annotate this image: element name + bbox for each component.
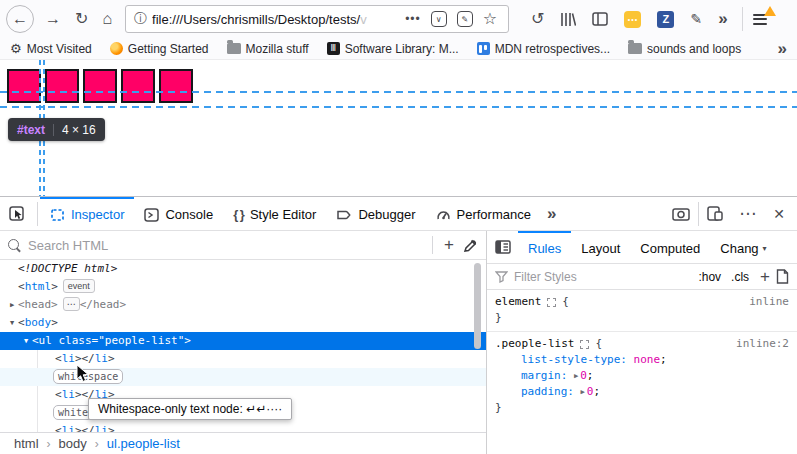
- collapse-sidebar-icon[interactable]: [495, 240, 511, 254]
- eyedropper-icon[interactable]: [463, 238, 478, 253]
- forward-button[interactable]: →: [38, 11, 68, 27]
- forward-icon: →: [45, 10, 61, 27]
- sidebar-toggle-icon[interactable]: [592, 12, 608, 26]
- devtools-toolbar-right: ⋯ ✕: [664, 202, 797, 226]
- bookmark-getting-started[interactable]: Getting Started: [110, 42, 209, 56]
- bookmark-software-library[interactable]: ⅢSoftware Library: M...: [327, 42, 459, 56]
- reload-button[interactable]: ↻: [68, 11, 95, 27]
- app-menu-button[interactable]: [753, 11, 767, 27]
- toolbar-icons: ↺ ••• Z ✎ »: [523, 9, 736, 29]
- class-toggle[interactable]: .cls: [731, 270, 749, 284]
- tab-changes[interactable]: Chang▾: [710, 231, 770, 264]
- tab-label: Rules: [528, 241, 561, 256]
- bookmarks-overflow-icon[interactable]: »: [778, 39, 787, 59]
- screenshot-extension-icon[interactable]: ✎: [457, 11, 473, 27]
- css-declaration[interactable]: padding: ▶0;: [495, 384, 789, 400]
- bookmark-star-icon[interactable]: ☆: [483, 11, 497, 27]
- css-declaration[interactable]: margin: ▶0;: [495, 368, 789, 384]
- css-declaration[interactable]: list-style-type: none;: [495, 352, 789, 368]
- collapse-arrow-icon[interactable]: ▼: [6, 314, 18, 332]
- page-actions-icon[interactable]: •••: [405, 13, 421, 25]
- search-html-input[interactable]: [28, 238, 430, 253]
- tree-row-li[interactable]: <li></li>: [0, 350, 486, 368]
- rule-source-link[interactable]: inline: [749, 294, 789, 310]
- library-icon[interactable]: [560, 12, 576, 27]
- tree-row-li[interactable]: <li></li>: [0, 422, 486, 432]
- site-info-icon[interactable]: ⓘ: [134, 10, 147, 28]
- selector-element[interactable]: element: [495, 294, 541, 310]
- property-name: padding: [521, 385, 567, 398]
- tree-row-whitespace[interactable]: whitespace: [0, 368, 486, 386]
- event-badge[interactable]: event: [63, 279, 95, 293]
- tab-style-editor[interactable]: { } Style Editor: [223, 197, 326, 231]
- element-picker-button[interactable]: [0, 206, 35, 222]
- breadcrumb-body[interactable]: body: [59, 436, 87, 451]
- list-item-box[interactable]: [121, 69, 155, 103]
- tab-console[interactable]: Console: [134, 197, 223, 231]
- devtools-menu-icon[interactable]: ⋯: [739, 203, 757, 224]
- console-icon: [144, 208, 159, 222]
- tag-ul: <ul class="people-list">: [32, 334, 191, 347]
- bookmark-mozilla-stuff[interactable]: Mozilla stuff: [227, 42, 309, 56]
- pocket-icon[interactable]: ∨: [431, 11, 447, 27]
- tab-layout[interactable]: Layout: [571, 231, 630, 264]
- zotero-letter: Z: [663, 13, 670, 25]
- history-icon[interactable]: ↺: [531, 11, 544, 27]
- semicolon: ;: [587, 369, 594, 382]
- tree-row-html[interactable]: <html>event: [0, 278, 486, 296]
- tab-debugger[interactable]: Debugger: [326, 197, 425, 231]
- expand-value-icon[interactable]: ▶: [581, 388, 585, 396]
- back-button[interactable]: ←: [6, 5, 34, 33]
- tabs-overflow-icon[interactable]: »: [547, 204, 556, 224]
- list-item-box[interactable]: [83, 69, 117, 103]
- print-media-icon[interactable]: [776, 269, 789, 284]
- infobar-tag: #text: [17, 123, 45, 137]
- rule-source-link[interactable]: inline:2: [736, 336, 789, 352]
- breadcrumb-separator-icon: ›: [95, 437, 99, 451]
- screenshot-camera-icon[interactable]: [672, 207, 690, 221]
- list-item-box[interactable]: [7, 69, 41, 103]
- highlighter-target-icon[interactable]: [547, 298, 556, 307]
- url-text[interactable]: file:///Users/chrismills/Desktop/tests/v: [152, 12, 400, 27]
- library-building-icon: Ⅲ: [327, 42, 340, 55]
- breadcrumb-ul-people-list[interactable]: ul.people-list: [107, 436, 180, 451]
- collapsed-ellipsis-badge[interactable]: ⋯: [63, 297, 80, 311]
- bookmark-sounds-loops[interactable]: sounds and loops: [628, 42, 741, 56]
- expand-value-icon[interactable]: ▶: [574, 372, 578, 380]
- list-item-box[interactable]: [45, 69, 79, 103]
- pseudo-class-toggle[interactable]: :hov: [698, 270, 721, 284]
- breadcrumb-html[interactable]: html: [14, 436, 39, 451]
- url-bar[interactable]: ⓘ file:///Users/chrismills/Desktop/tests…: [125, 5, 509, 33]
- home-button[interactable]: ⌂: [95, 11, 119, 27]
- collapse-arrow-icon[interactable]: ▼: [20, 332, 32, 350]
- responsive-mode-icon[interactable]: [707, 206, 723, 221]
- add-rule-button[interactable]: +: [754, 267, 776, 287]
- filter-styles-input[interactable]: [514, 270, 693, 284]
- tree-row-head[interactable]: ▶<head>⋯</head>: [0, 296, 486, 314]
- list-item-box[interactable]: [159, 69, 193, 103]
- tab-rules[interactable]: Rules: [518, 231, 571, 264]
- expand-arrow-icon[interactable]: ▶: [6, 296, 18, 314]
- toolbar-overflow-icon[interactable]: »: [718, 9, 727, 29]
- tree-scrollbar[interactable]: [474, 263, 481, 349]
- rules-content: element { inline } .people-list { inlin: [487, 290, 797, 454]
- search-separator: [432, 236, 433, 254]
- tree-row-body[interactable]: ▼<body>: [0, 314, 486, 332]
- punct: >: [108, 424, 115, 432]
- close-devtools-icon[interactable]: ✕: [773, 206, 785, 222]
- bookmarks-bar: ⚙Most Visited Getting Started Mozilla st…: [0, 38, 797, 60]
- tree-row-ul-selected[interactable]: ▼<ul class="people-list">: [0, 332, 486, 350]
- highlighter-target-icon[interactable]: [580, 340, 589, 349]
- tab-inspector[interactable]: Inspector: [40, 197, 134, 231]
- yellow-extension-icon[interactable]: •••: [624, 11, 641, 28]
- punct: <: [18, 280, 25, 293]
- tab-performance[interactable]: Performance: [426, 197, 541, 231]
- add-node-button[interactable]: +: [435, 235, 463, 255]
- bookmark-mdn-retrospectives[interactable]: MDN retrospectives...: [477, 42, 610, 56]
- bookmark-most-visited[interactable]: ⚙Most Visited: [10, 41, 92, 56]
- selector-people-list[interactable]: .people-list: [495, 336, 574, 352]
- zotero-extension-icon[interactable]: Z: [657, 11, 674, 28]
- tab-computed[interactable]: Computed: [630, 231, 710, 264]
- pencil-extension-icon[interactable]: ✎: [690, 12, 702, 26]
- tree-row-doctype[interactable]: <!DOCTYPE html>: [0, 260, 486, 278]
